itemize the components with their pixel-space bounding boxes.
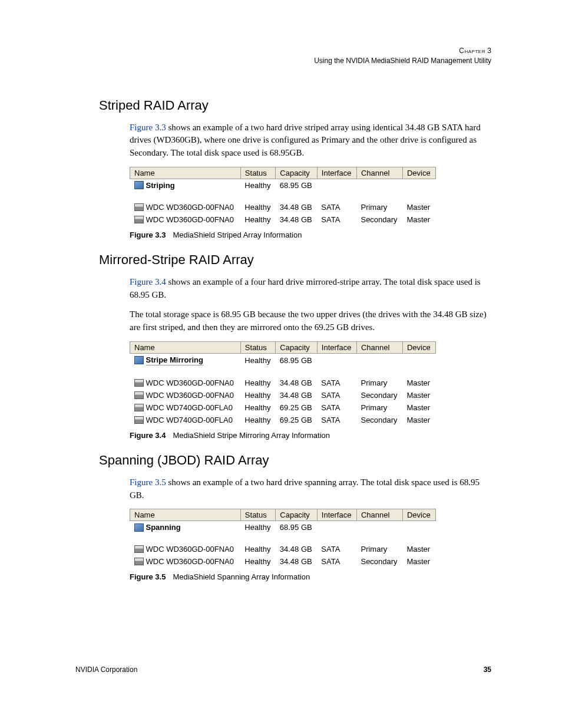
drive-name: WDC WD360GD-00FNA0 (146, 391, 234, 400)
cell-channel: Secondary (356, 213, 402, 226)
table-header: Capacity (276, 341, 318, 353)
table-row: WDC WD360GD-00FNA0Healthy34.48 GBSATAPri… (130, 201, 436, 213)
drive-icon (134, 558, 144, 565)
running-header: Chapter 3 Using the NVIDIA MediaShield R… (75, 46, 491, 66)
footer-company: NVIDIA Corporation (75, 666, 137, 674)
cell-channel: Primary (356, 543, 402, 555)
section-title-spanning: Spanning (JBOD) RAID Array (99, 453, 491, 468)
cell-interface: SATA (317, 389, 356, 401)
table-header: Channel (356, 341, 402, 353)
cell-capacity: 68.95 GB (276, 521, 318, 534)
table-row: WDC WD360GD-00FNA0Healthy34.48 GBSATASec… (130, 555, 436, 568)
array-icon (134, 356, 144, 364)
table-row: WDC WD360GD-00FNA0Healthy34.48 GBSATASec… (130, 389, 436, 401)
drive-icon (134, 391, 144, 399)
cell-capacity: 34.48 GB (276, 543, 318, 555)
drive-icon (134, 216, 144, 223)
cell-status: Healthy (240, 201, 275, 213)
drive-icon (134, 404, 144, 411)
figure-3-5-num: Figure 3.5 (130, 572, 166, 581)
table-header: Status (240, 341, 275, 353)
cell-interface: SATA (317, 555, 356, 568)
spanning-table: NameStatusCapacityInterfaceChannelDevice… (130, 509, 436, 568)
mirrored-para-1-text: shows an example of a four hard drive mi… (130, 277, 481, 299)
cell-status: Healthy (240, 414, 275, 426)
figure-3-5-text: MediaShield Spanning Array Information (173, 572, 310, 581)
table-header: Device (402, 341, 435, 353)
cell-status: Healthy (240, 179, 275, 192)
figure-3-3-caption: Figure 3.3MediaShield Striped Array Info… (130, 230, 491, 239)
table-header: Interface (317, 167, 356, 179)
cell-capacity: 34.48 GB (276, 389, 318, 401)
drive-name: WDC WD360GD-00FNA0 (146, 378, 234, 387)
striped-para-1-text: shows an example of a two hard drive str… (130, 123, 481, 158)
table-row: WDC WD740GD-00FLA0Healthy69.25 GBSATASec… (130, 414, 436, 426)
cell-status: Healthy (240, 401, 275, 414)
table-row: WDC WD360GD-00FNA0Healthy34.48 GBSATAPri… (130, 543, 436, 555)
figure-3-5-caption: Figure 3.5MediaShield Spanning Array Inf… (130, 572, 491, 581)
cell-channel: Secondary (356, 389, 402, 401)
figure-ref-3-4[interactable]: Figure 3.4 (130, 277, 166, 286)
figure-ref-3-5[interactable]: Figure 3.5 (130, 477, 166, 487)
table-header: Capacity (276, 509, 318, 521)
table-header: Interface (317, 341, 356, 353)
cell-status: Healthy (240, 377, 275, 389)
cell-device: Master (402, 414, 435, 426)
cell-interface: SATA (317, 414, 356, 426)
table-header: Channel (356, 167, 402, 179)
table-row: WDC WD360GD-00FNA0Healthy34.48 GBSATAPri… (130, 377, 436, 389)
cell-device: Master (402, 389, 435, 401)
cell-device: Master (402, 401, 435, 414)
table-header: Name (130, 509, 241, 521)
array-name: Spanning (146, 523, 181, 532)
cell-channel: Primary (356, 401, 402, 414)
cell-capacity: 34.48 GB (276, 377, 318, 389)
page-footer: NVIDIA Corporation 35 (75, 666, 491, 674)
array-icon (134, 181, 144, 189)
cell-status: Healthy (240, 353, 275, 367)
table-header: Name (130, 341, 241, 353)
striped-para-1: Figure 3.3 shows an example of a two har… (130, 121, 491, 160)
mirrored-para-1: Figure 3.4 shows an example of a four ha… (130, 276, 491, 302)
spanning-para-1-text: shows an example of a two hard drive spa… (130, 477, 480, 500)
cell-status: Healthy (240, 213, 275, 226)
table-header: Capacity (276, 167, 318, 179)
table-header: Interface (317, 509, 356, 521)
cell-interface: SATA (317, 401, 356, 414)
cell-device: Master (402, 201, 435, 213)
chapter-number: 3 (487, 47, 491, 55)
cell-capacity: 34.48 GB (276, 201, 318, 213)
cell-capacity: 68.95 GB (276, 353, 318, 367)
drive-name: WDC WD740GD-00FLA0 (146, 403, 233, 412)
cell-channel: Secondary (356, 414, 402, 426)
cell-device: Master (402, 543, 435, 555)
cell-interface: SATA (317, 377, 356, 389)
table-header: Channel (356, 509, 402, 521)
cell-status: Healthy (240, 389, 275, 401)
figure-3-4-caption: Figure 3.4MediaShield Stripe Mirroring A… (130, 431, 491, 440)
cell-capacity: 69.25 GB (276, 401, 318, 414)
cell-device: Master (402, 377, 435, 389)
footer-page-number: 35 (484, 666, 491, 674)
cell-capacity: 34.48 GB (276, 213, 318, 226)
cell-capacity: 34.48 GB (276, 555, 318, 568)
figure-3-3-num: Figure 3.3 (130, 230, 166, 239)
mirrored-para-2: The total storage space is 68.95 GB beca… (130, 308, 491, 334)
drive-icon (134, 416, 144, 424)
cell-channel: Primary (356, 201, 402, 213)
section-title-mirrored: Mirrored-Stripe RAID Array (99, 252, 491, 268)
cell-status: Healthy (240, 555, 275, 568)
figure-3-4-text: MediaShield Stripe Mirroring Array Infor… (173, 431, 330, 440)
spanning-para-1: Figure 3.5 shows an example of a two har… (130, 476, 491, 502)
figure-ref-3-3[interactable]: Figure 3.3 (130, 123, 166, 132)
cell-interface: SATA (317, 213, 356, 226)
figure-3-3-text: MediaShield Striped Array Information (173, 230, 302, 239)
header-subtitle: Using the NVIDIA MediaShield RAID Manage… (314, 57, 491, 65)
cell-channel: Secondary (356, 555, 402, 568)
cell-capacity: 69.25 GB (276, 414, 318, 426)
table-header: Name (130, 167, 241, 179)
table-header: Status (240, 167, 275, 179)
table-header: Device (402, 167, 435, 179)
drive-name: WDC WD360GD-00FNA0 (146, 557, 234, 566)
drive-icon (134, 545, 144, 553)
